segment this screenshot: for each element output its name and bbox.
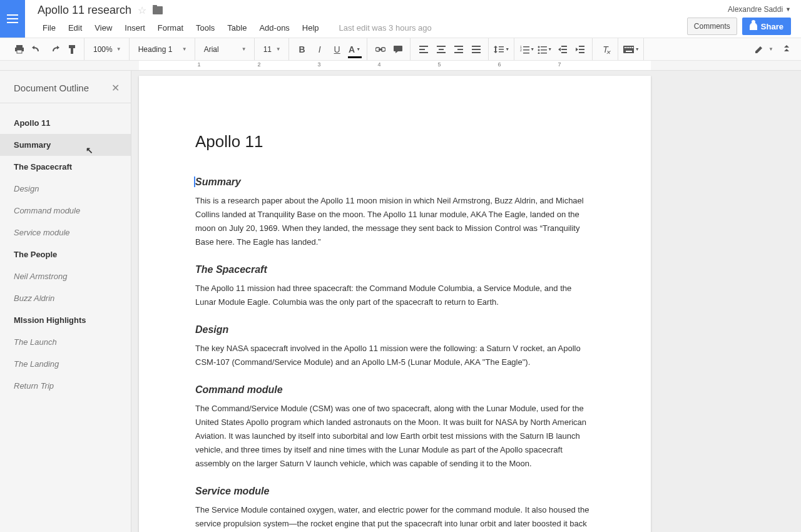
doc-heading-title[interactable]: Apollo 11: [195, 132, 594, 151]
zoom-select[interactable]: 100%▼: [89, 41, 125, 58]
print-icon[interactable]: [11, 41, 28, 58]
editing-mode-select[interactable]: ▼: [755, 45, 773, 54]
redo-icon[interactable]: [46, 41, 63, 58]
menu-help[interactable]: Help: [297, 21, 324, 35]
section-heading[interactable]: The Spacecraft: [195, 264, 594, 275]
svg-rect-2: [7, 22, 18, 23]
svg-rect-47: [626, 47, 628, 48]
menu-table[interactable]: Table: [222, 21, 252, 35]
share-button[interactable]: Share: [742, 18, 791, 35]
svg-rect-44: [579, 52, 584, 53]
clear-formatting-icon[interactable]: T✕: [598, 41, 614, 58]
collapse-toolbar-icon[interactable]: [778, 41, 795, 58]
outline-item[interactable]: Return Trip: [0, 375, 131, 397]
svg-rect-19: [457, 49, 463, 50]
ruler-number: 5: [437, 61, 441, 68]
section-body[interactable]: The key NASA spacecraft involved in the …: [195, 342, 594, 369]
person-plus-icon: [750, 23, 757, 30]
menu-add-ons[interactable]: Add-ons: [254, 21, 294, 35]
svg-rect-0: [7, 14, 18, 16]
svg-rect-21: [472, 46, 481, 47]
input-tools-icon[interactable]: ▼: [623, 41, 640, 58]
align-center-icon[interactable]: [433, 41, 449, 58]
menu-view[interactable]: View: [89, 21, 117, 35]
paint-format-icon[interactable]: [64, 41, 80, 58]
section-heading[interactable]: Command module: [195, 384, 594, 396]
document-outline-panel: Document Outline ✕ Apollo 11Summary↖The …: [0, 71, 131, 532]
svg-rect-37: [541, 49, 547, 51]
outline-item[interactable]: Service module: [0, 222, 131, 243]
folder-icon[interactable]: [153, 6, 163, 14]
font-size-select[interactable]: 11▼: [260, 41, 285, 58]
chevron-down-icon: ▼: [785, 6, 791, 13]
outline-item[interactable]: Apollo 11: [0, 112, 131, 134]
indent-icon[interactable]: [572, 41, 588, 58]
line-spacing-icon[interactable]: ▼: [494, 41, 510, 58]
svg-rect-14: [419, 52, 428, 53]
insert-link-icon[interactable]: [372, 41, 389, 58]
svg-rect-26: [499, 49, 504, 50]
close-icon[interactable]: ✕: [111, 82, 120, 94]
bold-button[interactable]: B: [294, 41, 310, 58]
svg-rect-36: [541, 46, 547, 48]
align-justify-icon[interactable]: [468, 41, 484, 58]
page[interactable]: Apollo 11 SummaryThis is a research pape…: [139, 76, 651, 532]
account-menu[interactable]: Alexandre Saddi ▼: [728, 5, 791, 14]
section-body[interactable]: The Service Module contained oxygen, wat…: [195, 503, 594, 531]
svg-rect-39: [561, 46, 567, 47]
menu-format[interactable]: Format: [153, 21, 188, 35]
align-right-icon[interactable]: [451, 41, 467, 58]
menu-tools[interactable]: Tools: [191, 21, 220, 35]
horizontal-ruler[interactable]: 1234567: [0, 60, 801, 70]
numbered-list-icon[interactable]: 12▼: [519, 41, 536, 58]
section-heading[interactable]: Service module: [195, 486, 594, 497]
undo-icon[interactable]: [29, 41, 45, 58]
bulleted-list-icon[interactable]: ▼: [537, 41, 553, 58]
menu-file[interactable]: File: [38, 21, 61, 35]
comments-button[interactable]: Comments: [687, 18, 737, 35]
star-icon[interactable]: ☆: [138, 4, 146, 16]
ruler-number: 6: [497, 61, 501, 68]
svg-rect-1: [7, 18, 18, 19]
section-body[interactable]: The Command/Service Module (CSM) was one…: [195, 402, 594, 471]
align-left-icon[interactable]: [416, 41, 432, 58]
outline-item[interactable]: The Launch: [0, 331, 131, 353]
svg-rect-42: [579, 46, 584, 47]
svg-rect-30: [523, 46, 529, 48]
svg-rect-27: [499, 51, 504, 53]
outline-item[interactable]: Command module: [0, 200, 131, 222]
outline-item[interactable]: Neil Armstrong: [0, 265, 131, 287]
underline-button[interactable]: U: [329, 41, 345, 58]
main-menu-button[interactable]: [0, 0, 25, 38]
outline-item[interactable]: MIssion Highlights: [0, 309, 131, 331]
svg-rect-16: [439, 49, 444, 50]
document-canvas[interactable]: Apollo 11 SummaryThis is a research pape…: [131, 71, 801, 532]
section-heading[interactable]: Summary: [195, 176, 594, 188]
svg-rect-45: [623, 46, 634, 53]
italic-button[interactable]: I: [312, 41, 328, 58]
section-body[interactable]: This is a research paper about the Apoll…: [195, 194, 594, 249]
insert-comment-icon[interactable]: [390, 41, 406, 58]
svg-rect-41: [561, 52, 567, 53]
font-family-select[interactable]: Arial▼: [200, 41, 250, 58]
text-color-button[interactable]: A▼: [347, 41, 363, 58]
svg-rect-48: [628, 47, 630, 48]
svg-rect-12: [419, 46, 428, 47]
outline-item[interactable]: Summary↖: [0, 134, 131, 156]
outline-item[interactable]: The People: [0, 243, 131, 265]
outline-item[interactable]: The Spacecraft: [0, 156, 131, 178]
svg-rect-51: [626, 51, 632, 52]
ruler-number: 2: [257, 61, 260, 68]
outline-item[interactable]: The Landing: [0, 353, 131, 375]
outdent-icon[interactable]: [554, 41, 571, 58]
section-heading[interactable]: Design: [195, 324, 594, 335]
paragraph-style-select[interactable]: Heading 1▼: [135, 41, 191, 58]
section-body[interactable]: The Apollo 11 mission had three spacecra…: [195, 282, 594, 309]
menu-edit[interactable]: Edit: [63, 21, 87, 35]
menu-insert[interactable]: Insert: [120, 21, 150, 35]
document-title[interactable]: Apollo 11 research: [38, 4, 131, 17]
outline-item[interactable]: Design: [0, 178, 131, 200]
outline-item[interactable]: Buzz Aldrin: [0, 287, 131, 309]
svg-point-35: [538, 52, 540, 54]
svg-rect-13: [419, 49, 425, 50]
